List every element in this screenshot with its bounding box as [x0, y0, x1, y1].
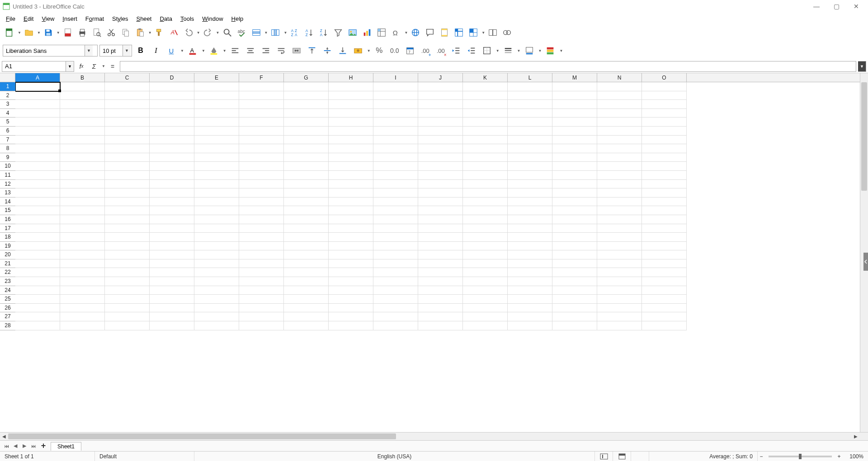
cell[interactable] [418, 250, 463, 259]
cell[interactable] [373, 215, 418, 224]
cell[interactable] [597, 171, 642, 180]
row-header[interactable]: 17 [0, 224, 15, 233]
cell[interactable] [284, 250, 329, 259]
menu-view[interactable]: View [38, 14, 58, 23]
cell[interactable] [597, 286, 642, 295]
cell[interactable] [508, 277, 552, 286]
cell[interactable] [597, 127, 642, 136]
cell[interactable] [239, 127, 284, 136]
cell[interactable] [463, 100, 508, 109]
cell[interactable] [329, 295, 373, 304]
undo-dropdown[interactable]: ▼ [197, 31, 200, 35]
cell[interactable] [418, 277, 463, 286]
cell[interactable] [552, 180, 597, 189]
cell[interactable] [329, 82, 373, 91]
hscroll-track[interactable] [8, 433, 852, 440]
bold-icon[interactable]: B [134, 44, 147, 57]
row-header[interactable]: 20 [0, 250, 15, 259]
cell[interactable] [105, 188, 150, 198]
row-header[interactable]: 12 [0, 180, 15, 189]
formula-equals-icon[interactable]: = [107, 61, 118, 72]
next-sheet-icon[interactable]: ▶ [20, 442, 29, 451]
cell[interactable] [508, 162, 552, 171]
row-header[interactable]: 27 [0, 312, 15, 321]
cell[interactable] [284, 136, 329, 145]
cell[interactable] [418, 100, 463, 109]
cell[interactable] [60, 259, 105, 268]
cell[interactable] [597, 188, 642, 198]
cell[interactable] [642, 162, 687, 171]
cell[interactable] [105, 82, 150, 91]
cell[interactable] [239, 206, 284, 215]
cell[interactable] [642, 259, 687, 268]
cell[interactable] [329, 144, 373, 153]
cell[interactable] [105, 304, 150, 313]
cell[interactable] [150, 295, 194, 304]
cell[interactable] [329, 259, 373, 268]
cell[interactable] [15, 136, 60, 145]
cell[interactable] [15, 144, 60, 153]
cell[interactable] [60, 82, 105, 91]
menu-file[interactable]: File [2, 14, 19, 23]
cell[interactable] [329, 321, 373, 330]
cell[interactable] [597, 304, 642, 313]
cell[interactable] [284, 277, 329, 286]
cell[interactable] [418, 118, 463, 127]
cell[interactable] [60, 312, 105, 321]
cell[interactable] [597, 277, 642, 286]
hscroll-thumb[interactable] [8, 433, 396, 439]
sort-desc-icon[interactable]: ZA [317, 26, 330, 39]
column-icon[interactable] [269, 26, 282, 39]
cell[interactable] [373, 171, 418, 180]
conditional-dropdown[interactable]: ▼ [559, 49, 563, 53]
cell[interactable] [284, 127, 329, 136]
cell[interactable] [642, 321, 687, 330]
cell[interactable] [642, 127, 687, 136]
cell[interactable] [15, 268, 60, 277]
cell[interactable] [150, 188, 194, 198]
font-color-icon[interactable]: A [186, 44, 199, 57]
cell[interactable] [463, 295, 508, 304]
cell[interactable] [60, 136, 105, 145]
cell[interactable] [508, 153, 552, 162]
cell[interactable] [642, 277, 687, 286]
select-all-corner[interactable] [0, 73, 15, 82]
cell[interactable] [284, 206, 329, 215]
cell[interactable] [329, 162, 373, 171]
cell[interactable] [60, 268, 105, 277]
cell[interactable] [597, 118, 642, 127]
cell[interactable] [105, 109, 150, 118]
cell[interactable] [15, 188, 60, 198]
column-header[interactable]: K [463, 73, 508, 82]
cell[interactable] [239, 312, 284, 321]
menu-window[interactable]: Window [198, 14, 227, 23]
cell[interactable] [418, 144, 463, 153]
sidebar-handle-icon[interactable] [863, 253, 868, 271]
cell[interactable] [194, 136, 239, 145]
cell[interactable] [508, 215, 552, 224]
maximize-button[interactable]: ▢ [831, 3, 842, 10]
cell[interactable] [552, 233, 597, 242]
cell[interactable] [194, 180, 239, 189]
comment-icon[interactable] [423, 26, 437, 39]
cell[interactable] [60, 118, 105, 127]
underline-dropdown[interactable]: ▼ [180, 49, 184, 53]
name-box[interactable]: ▼ [2, 61, 74, 72]
cell[interactable] [642, 304, 687, 313]
currency-dropdown[interactable]: ▼ [367, 49, 371, 53]
cell[interactable] [239, 242, 284, 251]
row-header[interactable]: 3 [0, 100, 15, 109]
cell[interactable] [329, 286, 373, 295]
cell[interactable] [105, 136, 150, 145]
cell[interactable] [194, 286, 239, 295]
pivot-table-icon[interactable] [375, 26, 388, 39]
cell[interactable] [15, 259, 60, 268]
cell[interactable] [284, 312, 329, 321]
cell[interactable] [373, 268, 418, 277]
cell[interactable] [508, 304, 552, 313]
cell[interactable] [508, 224, 552, 233]
formula-expand-icon[interactable]: ▼ [858, 61, 866, 72]
cell[interactable] [597, 268, 642, 277]
cell[interactable] [463, 144, 508, 153]
cell[interactable] [463, 277, 508, 286]
